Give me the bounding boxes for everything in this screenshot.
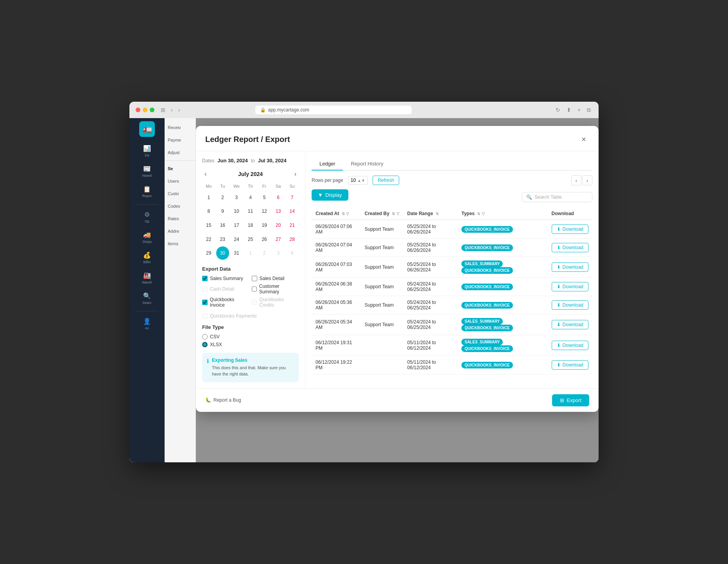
tab-ledger[interactable]: Ledger <box>312 158 343 171</box>
col-created-at[interactable]: Created At ⇅ ▽ <box>312 208 361 220</box>
forward-btn[interactable]: › <box>177 106 182 114</box>
sidebar-item-dispa[interactable]: 🚚 Dispa <box>133 228 161 247</box>
minimize-dot[interactable] <box>143 108 147 112</box>
refresh-browser-btn[interactable]: ↻ <box>554 106 562 114</box>
calendar-next-btn[interactable]: › <box>292 170 299 178</box>
cal-day-23[interactable]: 23 <box>216 233 230 246</box>
download-button-0[interactable]: ⬇ Download <box>552 225 588 234</box>
cal-day-16[interactable]: 16 <box>216 219 230 232</box>
cal-day-30-selected[interactable]: 30 <box>216 246 230 260</box>
display-button[interactable]: ▼ Display <box>312 189 348 201</box>
customer-summary-checkbox[interactable] <box>252 286 257 292</box>
inner-item-receive[interactable]: Receiv <box>165 121 195 134</box>
cal-day-12[interactable]: 12 <box>258 205 271 218</box>
cal-day-7[interactable]: 7 <box>285 191 299 204</box>
qb-invoice-checkbox[interactable] <box>202 300 208 305</box>
download-button-6[interactable]: ⬇ Download <box>552 341 588 350</box>
cal-day-21[interactable]: 21 <box>285 219 299 232</box>
sidebar-item-op[interactable]: ⚙ Op <box>133 208 161 226</box>
cal-day-8[interactable]: 8 <box>202 205 215 218</box>
inner-item-codes[interactable]: Codes <box>165 200 195 212</box>
sidebar-toggle-btn[interactable]: ⊞ <box>159 106 167 114</box>
maximize-dot[interactable] <box>150 108 154 112</box>
cal-day-1[interactable]: 1 <box>202 191 215 204</box>
xlsx-radio[interactable] <box>202 342 208 347</box>
checkbox-sales-summary[interactable]: Sales Summary <box>202 276 249 281</box>
cal-day-15[interactable]: 15 <box>202 219 215 232</box>
sales-summary-checkbox[interactable] <box>202 276 208 281</box>
cal-day-9[interactable]: 9 <box>216 205 230 218</box>
export-button[interactable]: ⊞ Export <box>552 394 589 406</box>
download-button-4[interactable]: ⬇ Download <box>552 300 588 310</box>
inner-item-items[interactable]: Items <box>165 237 195 250</box>
checkbox-customer-summary[interactable]: Customer Summary <box>252 284 299 295</box>
cal-day-next-4[interactable]: 4 <box>285 246 299 260</box>
radio-csv[interactable]: CSV <box>202 334 299 339</box>
cal-day-next-1[interactable]: 1 <box>244 246 257 260</box>
cal-day-19[interactable]: 19 <box>258 219 271 232</box>
cal-day-4[interactable]: 4 <box>244 191 257 204</box>
cal-day-next-3[interactable]: 3 <box>272 246 285 260</box>
cal-day-5[interactable]: 5 <box>258 191 271 204</box>
cal-day-28[interactable]: 28 <box>285 233 299 246</box>
sidebar-item-newsl[interactable]: 📰 Newsl <box>133 162 161 181</box>
created-by-filter-icon[interactable]: ▽ <box>396 212 400 216</box>
cal-day-29[interactable]: 29 <box>202 246 215 260</box>
cal-day-26[interactable]: 26 <box>258 233 271 246</box>
download-button-2[interactable]: ⬇ Download <box>552 262 588 272</box>
sidebar-item-da[interactable]: 📊 Da <box>133 142 161 160</box>
cal-day-2[interactable]: 2 <box>216 191 230 204</box>
cal-day-next-2[interactable]: 2 <box>258 246 271 260</box>
sidebar-item-wareh[interactable]: 🏭 Wareh <box>133 269 161 287</box>
page-prev-btn[interactable]: ‹ <box>571 175 581 185</box>
cal-day-10[interactable]: 10 <box>230 205 243 218</box>
cal-day-25[interactable]: 25 <box>244 233 257 246</box>
cal-day-22[interactable]: 22 <box>202 233 215 246</box>
share-btn[interactable]: ⬆ <box>565 106 573 114</box>
close-dot[interactable] <box>136 108 140 112</box>
refresh-button[interactable]: Refresh <box>373 176 399 185</box>
sidebar-item-ac[interactable]: 👤 Ac <box>133 314 161 333</box>
download-button-5[interactable]: ⬇ Download <box>552 320 588 329</box>
inner-item-addre[interactable]: Addre <box>165 225 195 237</box>
sales-detail-checkbox[interactable] <box>252 276 257 281</box>
cal-day-31[interactable]: 31 <box>230 246 243 260</box>
sidebar-item-repor[interactable]: 📋 Repor <box>133 182 161 201</box>
sidebar-item-searc[interactable]: 🔍 Searc <box>133 289 161 308</box>
col-date-range[interactable]: Date Range ⇅ <box>403 208 458 220</box>
checkbox-sales-detail[interactable]: Sales Detail <box>252 276 299 281</box>
checkbox-qb-invoice[interactable]: Quickbooks Invoice <box>202 297 249 308</box>
new-tab-btn[interactable]: + <box>576 106 582 114</box>
cal-day-20[interactable]: 20 <box>272 219 285 232</box>
cal-day-27[interactable]: 27 <box>272 233 285 246</box>
cal-day-24[interactable]: 24 <box>230 233 243 246</box>
address-bar[interactable]: 🔒 app.mycartage.com <box>255 106 412 114</box>
search-box[interactable]: 🔍 Search Table <box>522 192 592 202</box>
inner-item-custo[interactable]: Custo <box>165 187 195 200</box>
inner-item-payment[interactable]: Payme <box>165 134 195 146</box>
cal-day-17[interactable]: 17 <box>230 219 243 232</box>
back-btn[interactable]: ‹ <box>169 106 174 114</box>
cal-day-11[interactable]: 11 <box>244 205 257 218</box>
types-filter-icon[interactable]: ▽ <box>482 212 485 216</box>
col-created-by[interactable]: Created By ⇅ ▽ <box>361 208 403 220</box>
date-to[interactable]: Jul 30, 2024 <box>258 158 287 163</box>
cal-day-13[interactable]: 13 <box>272 205 285 218</box>
tabs-btn[interactable]: ⧉ <box>585 106 592 114</box>
rows-per-page-select[interactable]: 10 ▲▼ <box>348 176 368 185</box>
tab-report-history[interactable]: Report History <box>343 158 391 171</box>
cal-day-18[interactable]: 18 <box>244 219 257 232</box>
inner-item-se[interactable]: Se <box>165 162 195 175</box>
csv-radio[interactable] <box>202 334 208 339</box>
download-button-3[interactable]: ⬇ Download <box>552 282 588 291</box>
cal-day-14[interactable]: 14 <box>285 205 299 218</box>
inner-item-users[interactable]: Users <box>165 175 195 187</box>
cal-day-3[interactable]: 3 <box>230 191 243 204</box>
inner-item-rates[interactable]: Rates <box>165 212 195 225</box>
report-bug-button[interactable]: 🐛 Report a Bug <box>205 397 241 403</box>
page-next-btn[interactable]: › <box>582 175 592 185</box>
date-from[interactable]: Jun 30, 2024 <box>217 158 247 163</box>
calendar-prev-btn[interactable]: ‹ <box>202 170 209 178</box>
download-button-1[interactable]: ⬇ Download <box>552 243 588 252</box>
col-types[interactable]: Types ⇅ ▽ <box>457 208 547 220</box>
